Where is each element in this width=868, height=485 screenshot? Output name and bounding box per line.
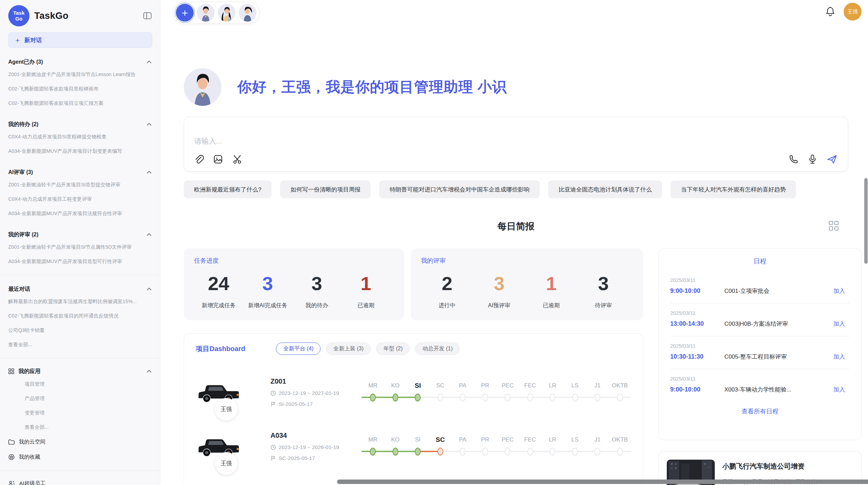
dashboard-tab[interactable]: 全新上装 (3)	[326, 343, 371, 355]
suggestion-chip[interactable]: 比亚迪全固态电池计划具体说了什么	[548, 181, 662, 198]
milestone-col: PA	[451, 435, 474, 457]
sidebar-task-item[interactable]: C0X4-动力总成开发项目工程变更评审	[8, 192, 152, 206]
chevron-up-icon[interactable]	[146, 171, 152, 174]
app-sub-item[interactable]: 变更管理	[8, 406, 152, 420]
chat-composer[interactable]: 请输入...	[184, 117, 848, 172]
chevron-up-icon[interactable]	[146, 370, 152, 373]
add-agent-button[interactable]: ＋	[176, 4, 194, 22]
sidebar-task-item[interactable]: A034-全新新能源MUV产品开发项目造型可行性评审	[8, 254, 152, 269]
stat-cell: 2 进行中	[421, 271, 473, 309]
image-icon[interactable]	[213, 154, 223, 164]
milestone-label: KO	[384, 381, 407, 391]
stat-label: 新增完成任务	[194, 302, 243, 309]
sidebar-task-item[interactable]: Z001-全新燃油轻卡产品开发项目SI造型提交物评审	[8, 177, 152, 192]
sidebar-task-item[interactable]: C02-飞腾新能源轻客改款项目立项汇报方案	[8, 96, 152, 110]
recent-chat-item[interactable]: 查看全部...	[8, 337, 152, 352]
milestone-label: MR	[362, 381, 384, 391]
project-row-a034[interactable]: 王强 A034 2023-12-19 ~ 2026-01-19	[196, 419, 631, 473]
section-header[interactable]: 我的待办 (2)	[8, 119, 152, 129]
dashboard-tab[interactable]: 动总开发 (1)	[415, 343, 460, 355]
layout-grid-icon[interactable]	[829, 221, 839, 231]
agent-avatar-1[interactable]	[197, 4, 215, 22]
sidebar-collapse-icon[interactable]	[143, 12, 152, 20]
app-sub-item[interactable]: 产品管理	[8, 391, 152, 406]
join-link[interactable]: 加入	[833, 353, 850, 361]
sidebar-task-item[interactable]: Z001-全新燃油轻卡产品开发项目SI节点属性5D文件评审	[8, 240, 152, 254]
suggestion-chip[interactable]: 特朗普可能对进口汽车增税会对中国车企造成哪些影响	[379, 181, 540, 198]
app-sub-item[interactable]: 项目管理	[8, 377, 152, 391]
attachment-icon[interactable]	[194, 154, 204, 164]
notification-bell-icon[interactable]	[825, 6, 835, 17]
sidebar-item-label: 我的云空间	[19, 438, 46, 446]
join-link[interactable]: 加入	[833, 287, 850, 295]
chevron-up-icon[interactable]	[146, 233, 152, 236]
chevron-up-icon[interactable]	[146, 123, 152, 126]
milestone-dot	[482, 394, 488, 401]
milestone-label: FEC	[519, 435, 542, 446]
sidebar-task-item[interactable]: Z001-全新燃油皮卡产品开发项目SI节点Lesson Learn报告	[8, 67, 152, 82]
milestone-col: SI	[407, 381, 429, 403]
milestone-label: PA	[451, 435, 474, 446]
phone-call-icon[interactable]	[789, 154, 798, 164]
sidebar-task-item[interactable]: A034-全新新能源MUV产品开发项目法规符合性评审	[8, 206, 152, 221]
my-apps-header[interactable]: 我的应用	[8, 366, 152, 377]
scissors-icon[interactable]	[232, 154, 242, 164]
milestone-dot	[437, 448, 443, 456]
suggestion-chip[interactable]: 欧洲新规最近颁布了什么?	[184, 181, 272, 198]
section-header[interactable]: AI评审 (3)	[8, 167, 152, 177]
section-title: Agent已办 (3)	[8, 59, 43, 66]
project-flag: SI-2025-05-17	[279, 401, 313, 407]
dashboard-tab[interactable]: 全新平台 (4)	[276, 343, 321, 355]
project-thumbnail: 王强	[196, 377, 242, 408]
section-title: AI评审 (3)	[8, 169, 33, 176]
vertical-scrollbar[interactable]	[864, 178, 868, 264]
sidebar-section-my-review: 我的评审 (2) Z001-全新燃油轻卡产品开发项目SI节点属性5D文件评审A0…	[8, 229, 152, 269]
sidebar-section-ai-review: AI评审 (3) Z001-全新燃油轻卡产品开发项目SI造型提交物评审C0X4-…	[8, 167, 152, 221]
milestone-label: LR	[541, 381, 564, 391]
schedule-date: 2025/03/11	[670, 376, 850, 382]
microphone-icon[interactable]	[808, 154, 817, 164]
project-row-z001[interactable]: 王强 Z001 2023-12-19 ~ 2027-01-19	[196, 365, 631, 419]
suggestion-chips: 欧洲新规最近颁布了什么?如何写一份清晰的项目周报特朗普可能对进口汽车增税会对中国…	[184, 181, 862, 198]
section-header[interactable]: Agent已办 (3)	[8, 57, 152, 67]
stat-value: 1	[525, 271, 577, 296]
milestone-col: LR	[541, 435, 564, 457]
view-all-schedule-link[interactable]: 查看所有日程	[670, 407, 850, 415]
suggestion-chip[interactable]: 当下年轻人对汽车外观有怎样的喜好趋势	[671, 181, 796, 198]
sidebar-section-my-apps: 我的应用 项目管理产品管理变更管理查看全部...	[8, 366, 152, 434]
sidebar-task-item[interactable]: C0X4-动力总成开发项目SI里程碑提交物检查	[8, 129, 152, 144]
milestone-col: PR	[474, 435, 497, 457]
chevron-up-icon[interactable]	[146, 60, 152, 64]
section-header[interactable]: 最近对话	[8, 284, 152, 294]
sidebar-item-cloud-space[interactable]: 我的云空间	[8, 434, 152, 449]
sidebar-item-favorites[interactable]: 我的收藏	[8, 449, 152, 464]
app-sub-item[interactable]: 查看全部...	[8, 420, 152, 434]
stat-label: 待评审	[577, 302, 629, 309]
dashboard-tab[interactable]: 年型 (2)	[376, 343, 410, 355]
user-avatar[interactable]: 王强	[844, 3, 861, 21]
milestone-label: LR	[541, 435, 564, 446]
agent-switcher: ＋	[173, 2, 260, 24]
recent-chat-item[interactable]: 解释最新出台的欧盟报废车法规再生塑料比例被调至15%...	[8, 294, 152, 309]
sidebar-task-item[interactable]: A034-全新新能源MUV产品开发项目计划变更表编写	[8, 144, 152, 158]
agent-avatar-3[interactable]	[239, 4, 256, 22]
milestone-dot	[437, 394, 443, 401]
sidebar-task-item[interactable]: C02-飞腾新能源轻客改款项目里程碑画布	[8, 82, 152, 96]
send-icon[interactable]	[827, 154, 837, 164]
join-link[interactable]: 加入	[833, 386, 850, 394]
horizontal-scrollbar[interactable]	[337, 480, 868, 484]
milestone-col: SC	[429, 381, 452, 403]
schedule-date: 2025/03/11	[670, 343, 850, 349]
new-chat-label: 新对话	[24, 36, 42, 44]
recent-chat-item[interactable]: 公司Q3轻卡销量	[8, 323, 152, 337]
section-header[interactable]: 我的评审 (2)	[8, 229, 152, 240]
sidebar-item-ai-staff[interactable]: AI超级员工	[8, 476, 152, 485]
new-chat-button[interactable]: ＋ 新对话	[8, 32, 152, 48]
clock-icon	[270, 445, 276, 450]
agent-avatar-2[interactable]	[218, 4, 236, 22]
chevron-up-icon[interactable]	[146, 287, 152, 291]
recent-chat-item[interactable]: C02-飞腾新能源轻客改款项目的闭环通告反馈情况	[8, 309, 152, 323]
join-link[interactable]: 加入	[833, 320, 850, 328]
suggestion-chip[interactable]: 如何写一份清晰的项目周报	[280, 181, 371, 198]
card-title: 我的评审	[421, 257, 629, 265]
